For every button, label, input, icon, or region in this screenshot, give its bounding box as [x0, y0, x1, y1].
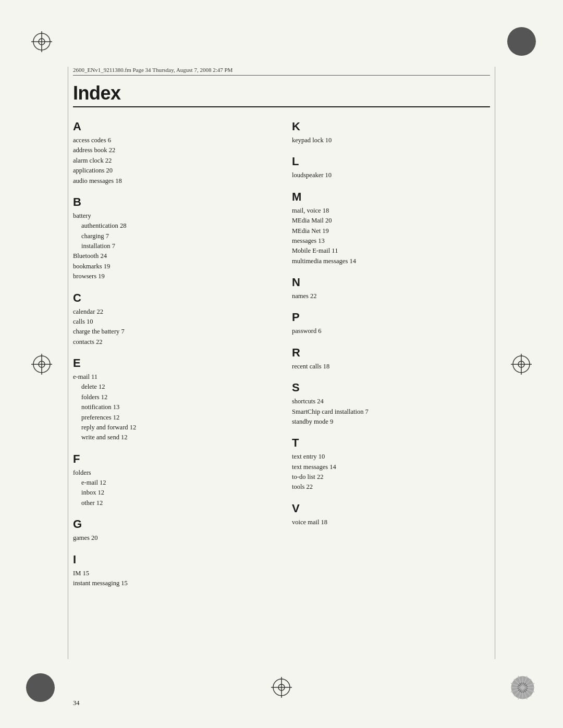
section-r: Rrecent calls 18: [292, 346, 490, 372]
section-letter-b: B: [73, 195, 271, 209]
index-entry: to-do list 22: [292, 472, 490, 482]
section-letter-n: N: [292, 276, 490, 289]
left-rule: [68, 67, 68, 659]
index-entry: voice mail 18: [292, 517, 490, 527]
index-entry: messages 13: [292, 236, 490, 246]
right-column: Kkeypad lock 10Lloudspeaker 10Mmail, voi…: [292, 120, 490, 598]
index-entry: Bluetooth 24: [73, 251, 271, 261]
deco-circle-bottom-left: [26, 673, 55, 702]
section-n: Nnames 22: [292, 276, 490, 301]
section-g: Ggames 20: [73, 517, 271, 543]
index-entry: authentication 28: [73, 221, 271, 231]
reg-mark-mid-left: [31, 354, 52, 375]
index-entry: inbox 12: [73, 488, 271, 498]
section-a: Aaccess codes 6address book 22alarm cloc…: [73, 120, 271, 186]
index-entry: reply and forward 12: [73, 423, 271, 433]
index-entry: loudspeaker 10: [292, 170, 490, 180]
index-entry: mail, voice 18: [292, 206, 490, 216]
index-entry: names 22: [292, 291, 490, 301]
section-letter-m: M: [292, 190, 490, 204]
section-letter-t: T: [292, 436, 490, 450]
index-entry: calendar 22: [73, 307, 271, 317]
right-rule: [495, 67, 495, 659]
section-letter-e: E: [73, 356, 271, 370]
index-entry: MEdia Mail 20: [292, 216, 490, 226]
index-entry: address book 22: [73, 145, 271, 155]
section-b: Bbatteryauthentication 28charging 7insta…: [73, 195, 271, 282]
section-letter-i: I: [73, 553, 271, 566]
page: 2600_ENv1_9211380.fm Page 34 Thursday, A…: [0, 0, 563, 728]
index-entry: SmartChip card installation 7: [292, 407, 490, 417]
index-entry: notification 13: [73, 402, 271, 412]
index-entry: browsers 19: [73, 272, 271, 281]
section-e: Ee-mail 11delete 12folders 12notificatio…: [73, 356, 271, 443]
section-t: Ttext entry 10text messages 14to-do list…: [292, 436, 490, 492]
page-title: Index: [73, 82, 490, 104]
section-s: Sshortcuts 24SmartChip card installation…: [292, 381, 490, 427]
title-rule: [73, 106, 490, 107]
index-entry: text messages 14: [292, 462, 490, 472]
section-c: Ccalendar 22calls 10charge the battery 7…: [73, 291, 271, 348]
index-entry: e-mail 11: [73, 372, 271, 382]
deco-sunburst-bottom-right: [508, 673, 537, 702]
index-entry: applications 20: [73, 166, 271, 176]
index-entry: recent calls 18: [292, 362, 490, 372]
header-divider: [73, 75, 490, 76]
section-letter-r: R: [292, 346, 490, 360]
section-letter-g: G: [73, 517, 271, 531]
section-letter-k: K: [292, 120, 490, 133]
index-entry: access codes 6: [73, 135, 271, 145]
index-entry: folders: [73, 468, 271, 478]
index-entry: contacts 22: [73, 337, 271, 347]
index-entry: games 20: [73, 533, 271, 543]
index-entry: shortcuts 24: [292, 397, 490, 406]
reg-mark-top-left: [31, 31, 52, 52]
index-entry: charging 7: [73, 231, 271, 241]
index-entry: calls 10: [73, 317, 271, 327]
section-v: Vvoice mail 18: [292, 502, 490, 527]
index-entry: tools 22: [292, 482, 490, 492]
index-entry: keypad lock 10: [292, 135, 490, 145]
index-entry: IM 15: [73, 569, 271, 578]
reg-mark-mid-right: [511, 354, 532, 375]
section-k: Kkeypad lock 10: [292, 120, 490, 145]
section-letter-v: V: [292, 502, 490, 515]
section-p: Ppassword 6: [292, 311, 490, 336]
section-letter-a: A: [73, 120, 271, 133]
index-entry: write and send 12: [73, 433, 271, 442]
section-f: Ffolderse-mail 12inbox 12other 12: [73, 452, 271, 509]
section-i: IIM 15instant messaging 15: [73, 553, 271, 589]
index-entry: bookmarks 19: [73, 262, 271, 272]
section-letter-p: P: [292, 311, 490, 324]
index-entry: e-mail 12: [73, 478, 271, 488]
index-entry: battery: [73, 211, 271, 221]
index-entry: alarm clock 22: [73, 156, 271, 166]
section-letter-c: C: [73, 291, 271, 305]
index-entry: delete 12: [73, 382, 271, 392]
index-entry: instant messaging 15: [73, 578, 271, 588]
index-entry: audio messages 18: [73, 176, 271, 186]
main-content: Index Aaccess codes 6address book 22alar…: [73, 82, 490, 686]
section-letter-f: F: [73, 452, 271, 466]
index-entry: standby mode 9: [292, 417, 490, 427]
index-entry: multimedia messages 14: [292, 256, 490, 266]
index-entry: text entry 10: [292, 452, 490, 462]
deco-circle-top-right: [507, 27, 536, 56]
index-columns: Aaccess codes 6address book 22alarm cloc…: [73, 120, 490, 598]
left-column: Aaccess codes 6address book 22alarm cloc…: [73, 120, 271, 598]
index-entry: other 12: [73, 498, 271, 508]
section-letter-s: S: [292, 381, 490, 394]
header-bar: 2600_ENv1_9211380.fm Page 34 Thursday, A…: [73, 67, 490, 73]
index-entry: preferences 12: [73, 413, 271, 423]
section-letter-l: L: [292, 155, 490, 168]
index-entry: installation 7: [73, 241, 271, 251]
index-entry: folders 12: [73, 392, 271, 402]
index-entry: MEdia Net 19: [292, 226, 490, 236]
header-text: 2600_ENv1_9211380.fm Page 34 Thursday, A…: [73, 67, 232, 73]
index-entry: password 6: [292, 326, 490, 336]
page-number: 34: [73, 699, 80, 707]
index-entry: charge the battery 7: [73, 327, 271, 337]
index-entry: Mobile E-mail 11: [292, 246, 490, 256]
section-l: Lloudspeaker 10: [292, 155, 490, 180]
section-m: Mmail, voice 18MEdia Mail 20MEdia Net 19…: [292, 190, 490, 266]
